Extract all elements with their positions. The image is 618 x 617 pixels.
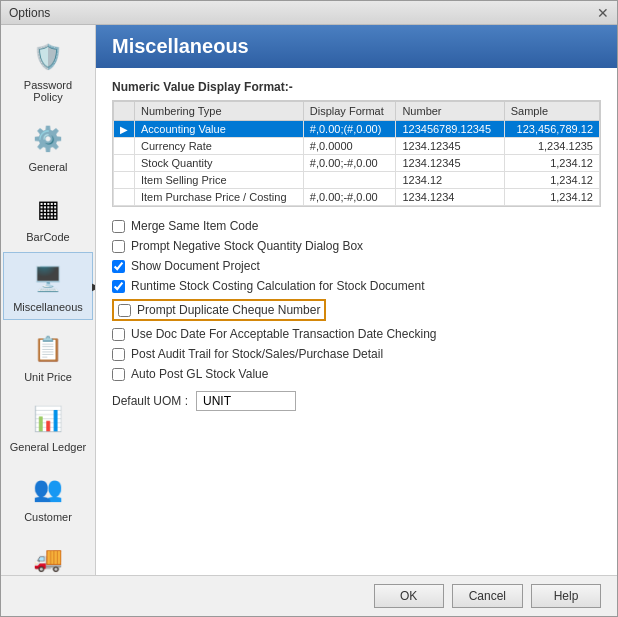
row-number: 1234.12: [396, 172, 504, 189]
row-sample: 1,234.12: [504, 172, 599, 189]
sidebar-item-general[interactable]: ⚙️General: [3, 112, 93, 180]
sidebar-item-barcode[interactable]: ▦BarCode: [3, 182, 93, 250]
row-sample: 1,234.12: [504, 155, 599, 172]
table-row[interactable]: ▶Accounting Value#,0.00;(#,0.00)12345678…: [114, 121, 600, 138]
checkbox-label-use-doc-date[interactable]: Use Doc Date For Acceptable Transaction …: [131, 327, 436, 341]
checkbox-row-post-audit-trail: Post Audit Trail for Stock/Sales/Purchas…: [112, 347, 601, 361]
row-indicator: ▶: [114, 121, 135, 138]
row-number: 1234.1234: [396, 189, 504, 206]
sidebar-item-miscellaneous[interactable]: 🖥️Miscellaneous▶: [3, 252, 93, 320]
sidebar-item-label-general: General: [28, 161, 67, 173]
miscellaneous-icon: 🖥️: [28, 259, 68, 299]
row-format: #,0.00;-#,0.00: [303, 155, 396, 172]
row-indicator: [114, 155, 135, 172]
sidebar-item-customer[interactable]: 👥Customer: [3, 462, 93, 530]
default-uom-input[interactable]: [196, 391, 296, 411]
row-number: 123456789.12345: [396, 121, 504, 138]
row-type: Item Selling Price: [135, 172, 304, 189]
checkbox-label-runtime-stock-costing[interactable]: Runtime Stock Costing Calculation for St…: [131, 279, 424, 293]
checkbox-section: Merge Same Item CodePrompt Negative Stoc…: [112, 219, 601, 381]
section-title: Numeric Value Display Format:-: [112, 80, 601, 94]
table-row[interactable]: Currency Rate#,0.00001234.123451,234.123…: [114, 138, 600, 155]
sidebar-item-password-policy[interactable]: 🛡️Password Policy: [3, 30, 93, 110]
main-body: Numeric Value Display Format:- Numbering…: [96, 68, 617, 575]
sidebar-item-label-general-ledger: General Ledger: [10, 441, 86, 453]
row-type: Stock Quantity: [135, 155, 304, 172]
general-icon: ⚙️: [28, 119, 68, 159]
close-button[interactable]: ✕: [597, 6, 609, 20]
sidebar-item-supplier[interactable]: 🚚Supplier: [3, 532, 93, 575]
row-sample: 1,234.12: [504, 189, 599, 206]
col-number: Number: [396, 102, 504, 121]
numeric-format-table-container: Numbering Type Display Format Number Sam…: [112, 100, 601, 207]
main-header: Miscellaneous: [96, 25, 617, 68]
table-row[interactable]: Item Selling Price1234.121,234.12: [114, 172, 600, 189]
checkbox-show-document-project[interactable]: [112, 260, 125, 273]
table-body: ▶Accounting Value#,0.00;(#,0.00)12345678…: [114, 121, 600, 206]
title-bar: Options ✕: [1, 1, 617, 25]
checkbox-post-audit-trail[interactable]: [112, 348, 125, 361]
checkbox-label-merge-same-item[interactable]: Merge Same Item Code: [131, 219, 258, 233]
row-sample: 123,456,789.12: [504, 121, 599, 138]
checkbox-label-post-audit-trail[interactable]: Post Audit Trail for Stock/Sales/Purchas…: [131, 347, 383, 361]
sidebar-item-unit-price[interactable]: 📋Unit Price: [3, 322, 93, 390]
content-area: 🛡️Password Policy⚙️General▦BarCode🖥️Misc…: [1, 25, 617, 575]
row-indicator: [114, 189, 135, 206]
checkbox-prompt-negative-stock[interactable]: [112, 240, 125, 253]
default-uom-label: Default UOM :: [112, 394, 188, 408]
checkbox-use-doc-date[interactable]: [112, 328, 125, 341]
default-uom-row: Default UOM :: [112, 391, 601, 411]
password-policy-icon: 🛡️: [28, 37, 68, 77]
checkbox-row-merge-same-item: Merge Same Item Code: [112, 219, 601, 233]
col-sample: Sample: [504, 102, 599, 121]
checkbox-merge-same-item[interactable]: [112, 220, 125, 233]
general-ledger-icon: 📊: [28, 399, 68, 439]
help-button[interactable]: Help: [531, 584, 601, 608]
row-format: #,0.00;(#,0.00): [303, 121, 396, 138]
sidebar-item-label-password-policy: Password Policy: [8, 79, 88, 103]
main-panel: Miscellaneous Numeric Value Display Form…: [96, 25, 617, 575]
options-window: Options ✕ 🛡️Password Policy⚙️General▦Bar…: [0, 0, 618, 617]
checkbox-row-show-document-project: Show Document Project: [112, 259, 601, 273]
window-title: Options: [9, 6, 50, 20]
footer: OK Cancel Help: [1, 575, 617, 616]
checkbox-label-prompt-negative-stock[interactable]: Prompt Negative Stock Quantity Dialog Bo…: [131, 239, 363, 253]
checkbox-auto-post-gl[interactable]: [112, 368, 125, 381]
table-row[interactable]: Stock Quantity#,0.00;-#,0.001234.123451,…: [114, 155, 600, 172]
row-type: Currency Rate: [135, 138, 304, 155]
row-format: #,0.00;-#,0.00: [303, 189, 396, 206]
numeric-format-table: Numbering Type Display Format Number Sam…: [113, 101, 600, 206]
checkbox-row-prompt-duplicate-cheque: Prompt Duplicate Cheque Number: [112, 299, 326, 321]
customer-icon: 👥: [28, 469, 68, 509]
checkbox-row-auto-post-gl: Auto Post GL Stock Value: [112, 367, 601, 381]
row-sample: 1,234.1235: [504, 138, 599, 155]
row-format: [303, 172, 396, 189]
checkbox-label-prompt-duplicate-cheque[interactable]: Prompt Duplicate Cheque Number: [137, 303, 320, 317]
barcode-icon: ▦: [28, 189, 68, 229]
row-indicator: [114, 138, 135, 155]
checkbox-prompt-duplicate-cheque[interactable]: [118, 304, 131, 317]
table-header-row: Numbering Type Display Format Number Sam…: [114, 102, 600, 121]
supplier-icon: 🚚: [28, 539, 68, 575]
row-type: Accounting Value: [135, 121, 304, 138]
sidebar-item-label-unit-price: Unit Price: [24, 371, 72, 383]
checkbox-label-show-document-project[interactable]: Show Document Project: [131, 259, 260, 273]
sidebar: 🛡️Password Policy⚙️General▦BarCode🖥️Misc…: [1, 25, 96, 575]
row-number: 1234.12345: [396, 155, 504, 172]
row-indicator: [114, 172, 135, 189]
ok-button[interactable]: OK: [374, 584, 444, 608]
col-indicator: [114, 102, 135, 121]
checkbox-label-auto-post-gl[interactable]: Auto Post GL Stock Value: [131, 367, 268, 381]
row-format: #,0.0000: [303, 138, 396, 155]
cancel-button[interactable]: Cancel: [452, 584, 523, 608]
checkbox-runtime-stock-costing[interactable]: [112, 280, 125, 293]
row-type: Item Purchase Price / Costing: [135, 189, 304, 206]
row-number: 1234.12345: [396, 138, 504, 155]
sidebar-item-general-ledger[interactable]: 📊General Ledger: [3, 392, 93, 460]
checkbox-row-prompt-negative-stock: Prompt Negative Stock Quantity Dialog Bo…: [112, 239, 601, 253]
sidebar-item-label-customer: Customer: [24, 511, 72, 523]
unit-price-icon: 📋: [28, 329, 68, 369]
table-row[interactable]: Item Purchase Price / Costing#,0.00;-#,0…: [114, 189, 600, 206]
col-numbering-type: Numbering Type: [135, 102, 304, 121]
sidebar-item-label-barcode: BarCode: [26, 231, 69, 243]
